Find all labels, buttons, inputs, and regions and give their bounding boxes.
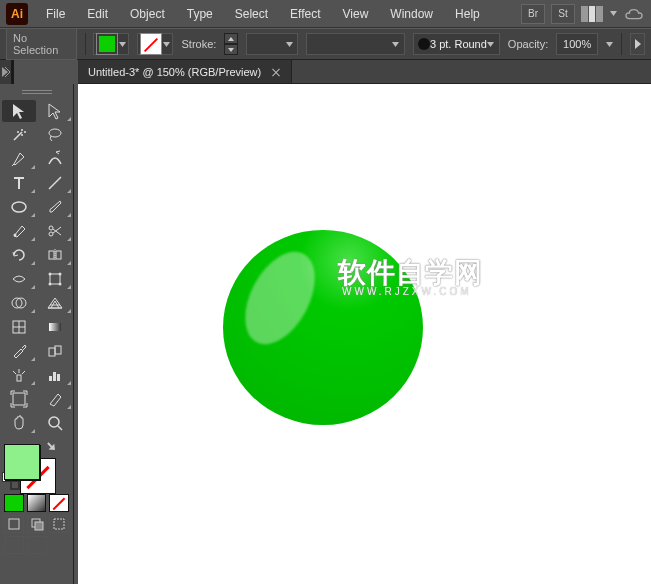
stroke-label: Stroke: (181, 38, 216, 50)
menu-window[interactable]: Window (380, 3, 443, 25)
menu-effect[interactable]: Effect (280, 3, 330, 25)
mesh-tool[interactable] (2, 316, 36, 338)
svg-rect-22 (53, 372, 56, 381)
svg-point-12 (49, 283, 52, 286)
svg-point-13 (59, 283, 62, 286)
perspective-grid-tool[interactable] (38, 292, 72, 314)
step-up-icon[interactable] (224, 33, 238, 44)
chevron-down-icon (118, 33, 126, 55)
eyedropper-tool[interactable] (2, 340, 36, 362)
draw-mode-row (2, 515, 71, 533)
workspace-dropdown[interactable] (609, 3, 617, 25)
close-icon[interactable] (271, 67, 281, 77)
svg-point-25 (49, 417, 59, 427)
brush-preview-icon (418, 38, 430, 50)
menu-bar: Ai File Edit Object Type Select Effect V… (0, 0, 651, 28)
separator (85, 33, 86, 55)
selection-tool[interactable] (2, 100, 36, 122)
draw-normal[interactable] (4, 515, 24, 533)
fill-swatch (96, 33, 118, 55)
reflect-tool[interactable] (38, 244, 72, 266)
color-mode-color[interactable] (4, 494, 24, 512)
menu-select[interactable]: Select (225, 3, 278, 25)
line-tool[interactable] (38, 172, 72, 194)
document-tab[interactable]: Untitled-3* @ 150% (RGB/Preview) (78, 60, 292, 83)
control-bar: No Selection Stroke: 3 pt. Round Opacity… (0, 28, 651, 60)
shape-builder-tool[interactable] (2, 292, 36, 314)
svg-point-11 (59, 273, 62, 276)
ellipse-tool[interactable] (2, 196, 36, 218)
type-tool[interactable] (2, 172, 36, 194)
fill-stroke-box (2, 440, 62, 490)
artboard[interactable]: 软件自学网 WWW.RJZXW.COM (78, 84, 651, 584)
step-down-icon[interactable] (224, 44, 238, 55)
slice-tool[interactable] (38, 388, 72, 410)
sync-cloud-icon[interactable] (623, 6, 645, 22)
variable-width-select[interactable] (306, 33, 405, 55)
menu-view[interactable]: View (333, 3, 379, 25)
svg-rect-0 (22, 90, 52, 91)
canvas-area[interactable]: 软件自学网 WWW.RJZXW.COM (78, 84, 651, 584)
gradient-tool[interactable] (38, 316, 72, 338)
draw-inside[interactable] (49, 515, 69, 533)
stroke-weight-stepper[interactable] (224, 33, 238, 55)
fill-swatch-main[interactable] (4, 444, 40, 480)
separator (621, 33, 622, 55)
menu-help[interactable]: Help (445, 3, 490, 25)
svg-point-10 (49, 273, 52, 276)
panel-drag-handle-icon[interactable] (2, 88, 71, 98)
menu-type[interactable]: Type (177, 3, 223, 25)
svg-rect-17 (49, 323, 61, 331)
zoom-tool[interactable] (38, 412, 72, 434)
color-mode-gradient[interactable] (27, 494, 47, 512)
width-tool[interactable] (2, 268, 36, 290)
screen-mode-normal[interactable] (4, 536, 24, 554)
blend-tool[interactable] (38, 340, 72, 362)
rotate-tool[interactable] (2, 244, 36, 266)
bridge-button[interactable]: Br (521, 4, 545, 24)
magic-wand-tool[interactable] (2, 124, 36, 146)
lasso-tool[interactable] (38, 124, 72, 146)
hand-tool[interactable] (2, 412, 36, 434)
svg-rect-26 (9, 519, 19, 529)
brush-select[interactable]: 3 pt. Round (413, 33, 500, 55)
svg-rect-8 (56, 251, 61, 259)
direct-selection-tool[interactable] (38, 100, 72, 122)
tool-panel (0, 84, 74, 584)
screen-mode-row (2, 536, 71, 554)
svg-rect-20 (17, 375, 21, 381)
control-more-arrow[interactable] (630, 33, 645, 55)
workspace-layout-icon[interactable] (581, 6, 603, 22)
shaper-tool[interactable] (2, 220, 36, 242)
free-transform-tool[interactable] (38, 268, 72, 290)
color-mode-none[interactable] (49, 494, 69, 512)
svg-rect-18 (49, 348, 55, 356)
swap-fill-stroke-icon[interactable] (42, 440, 62, 460)
opacity-dropdown[interactable] (606, 33, 613, 55)
svg-rect-28 (35, 522, 43, 530)
symbol-sprayer-tool[interactable] (2, 364, 36, 386)
highlight-ellipse (231, 240, 329, 356)
draw-behind[interactable] (27, 515, 47, 533)
column-graph-tool[interactable] (38, 364, 72, 386)
scissors-tool[interactable] (38, 220, 72, 242)
screen-mode-full[interactable] (27, 536, 47, 554)
pen-tool[interactable] (2, 148, 36, 170)
paintbrush-tool[interactable] (38, 196, 72, 218)
panel-collapse-tab[interactable] (0, 60, 14, 84)
chevron-down-icon (392, 33, 400, 55)
fill-color-picker[interactable] (93, 33, 129, 55)
stock-button[interactable]: St (551, 4, 575, 24)
opacity-value[interactable]: 100% (556, 33, 598, 55)
menu-edit[interactable]: Edit (77, 3, 118, 25)
svg-rect-21 (49, 376, 52, 381)
curvature-tool[interactable] (38, 148, 72, 170)
color-mode-row (2, 494, 71, 512)
artboard-tool[interactable] (2, 388, 36, 410)
stroke-color-picker[interactable] (137, 33, 173, 55)
document-tab-bar: Untitled-3* @ 150% (RGB/Preview) (78, 60, 651, 84)
stroke-weight-select[interactable] (246, 33, 298, 55)
opacity-label: Opacity: (508, 38, 548, 50)
menu-object[interactable]: Object (120, 3, 175, 25)
menu-file[interactable]: File (36, 3, 75, 25)
